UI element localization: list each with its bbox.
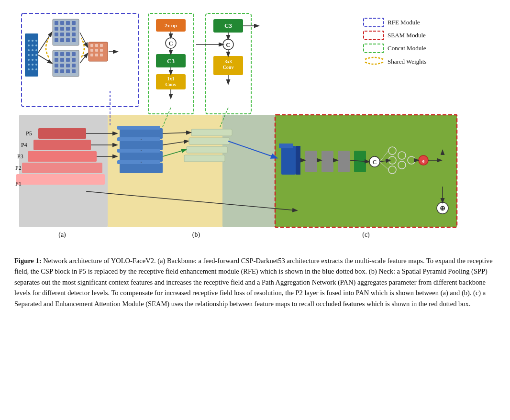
svg-rect-72 (90, 54, 93, 56)
svg-rect-71 (100, 49, 103, 52)
svg-rect-129 (184, 155, 225, 162)
svg-rect-35 (72, 21, 76, 25)
svg-rect-134 (281, 146, 296, 175)
svg-rect-43 (72, 33, 76, 36)
svg-rect-7 (364, 44, 384, 53)
svg-point-10 (28, 40, 30, 42)
svg-text:1x1: 1x1 (167, 76, 175, 81)
svg-rect-46 (66, 38, 70, 42)
svg-rect-67 (95, 44, 98, 47)
svg-point-30 (35, 68, 37, 70)
svg-line-78 (80, 54, 88, 63)
svg-rect-122 (117, 160, 160, 164)
svg-rect-113 (117, 126, 160, 130)
svg-rect-37 (60, 27, 64, 31)
svg-point-26 (32, 64, 33, 66)
svg-rect-137 (305, 151, 317, 172)
svg-point-23 (32, 59, 33, 61)
svg-point-16 (28, 49, 30, 51)
svg-rect-34 (66, 21, 70, 25)
svg-rect-111 (16, 174, 105, 185)
svg-rect-39 (72, 27, 76, 31)
block-2xup: 2x up (165, 22, 177, 28)
svg-rect-52 (72, 52, 76, 56)
svg-rect-115 (120, 140, 163, 150)
svg-rect-36 (55, 27, 58, 31)
label-b: (b) (192, 231, 200, 239)
svg-rect-66 (90, 44, 93, 47)
label-p5: P5 (26, 130, 32, 137)
svg-rect-50 (60, 52, 64, 56)
svg-rect-68 (100, 44, 103, 47)
svg-rect-135 (279, 144, 293, 148)
svg-rect-57 (55, 64, 58, 67)
svg-rect-8 (22, 13, 139, 107)
svg-rect-51 (66, 52, 70, 56)
svg-text:C: C (226, 41, 230, 48)
svg-point-22 (28, 59, 30, 61)
svg-rect-127 (189, 138, 230, 144)
label-p1: P1 (15, 180, 22, 187)
svg-point-13 (28, 44, 30, 46)
svg-rect-64 (72, 69, 76, 73)
svg-rect-45 (60, 38, 64, 42)
svg-rect-40 (55, 33, 58, 36)
legend-concat-label: Concat Module (388, 44, 426, 52)
svg-point-27 (35, 64, 37, 66)
main-container: RFE Module SEAM Module Concat Module Sha… (0, 0, 510, 420)
svg-point-19 (28, 54, 30, 56)
label-p3: P3 (17, 153, 23, 160)
svg-rect-110 (22, 163, 102, 173)
svg-rect-49 (55, 52, 58, 56)
svg-rect-109 (28, 151, 97, 162)
label-a: (a) (58, 231, 66, 239)
svg-point-25 (28, 64, 30, 66)
svg-rect-70 (95, 49, 98, 52)
svg-rect-55 (66, 58, 70, 62)
svg-text:3x3: 3x3 (225, 59, 232, 64)
svg-rect-41 (60, 33, 64, 36)
svg-rect-6 (364, 31, 384, 40)
svg-text:e: e (422, 158, 425, 164)
svg-rect-32 (55, 21, 58, 25)
svg-rect-74 (100, 54, 103, 56)
svg-rect-73 (95, 54, 98, 56)
caption-text: Network architecture of YOLO-FaceV2. (a)… (14, 257, 493, 308)
svg-rect-42 (66, 33, 70, 36)
svg-point-29 (32, 68, 33, 70)
svg-point-14 (32, 44, 33, 46)
svg-text:C: C (373, 159, 377, 166)
svg-point-12 (35, 40, 37, 42)
svg-line-76 (38, 55, 52, 63)
svg-point-18 (35, 49, 37, 51)
svg-rect-56 (72, 58, 76, 62)
svg-rect-139 (338, 151, 350, 172)
svg-rect-63 (66, 69, 70, 73)
svg-rect-116 (117, 137, 160, 141)
label-p4: P4 (21, 142, 27, 148)
svg-rect-62 (60, 69, 64, 73)
svg-rect-59 (66, 64, 70, 67)
svg-rect-54 (60, 58, 64, 62)
label-c: (c) (362, 231, 370, 239)
svg-rect-33 (60, 21, 64, 25)
svg-rect-118 (120, 151, 163, 162)
figure-label: Figure 1: (14, 257, 42, 265)
label-p2: P2 (15, 165, 22, 171)
svg-text:Conv: Conv (166, 82, 177, 87)
svg-text:Conv: Conv (223, 65, 234, 70)
legend-rfe-label: RFE Module (388, 19, 420, 26)
svg-rect-119 (117, 149, 160, 153)
svg-rect-44 (55, 38, 58, 42)
legend-shared-weights-label: Shared Weights (388, 58, 426, 65)
svg-rect-138 (322, 151, 333, 172)
svg-point-20 (32, 54, 33, 56)
svg-rect-69 (90, 49, 93, 52)
svg-rect-107 (38, 128, 86, 139)
svg-rect-58 (60, 64, 64, 67)
svg-text:C3: C3 (224, 22, 232, 29)
svg-rect-128 (187, 146, 227, 153)
architecture-diagram: RFE Module SEAM Module Concat Module Sha… (14, 10, 496, 244)
legend-seam-label: SEAM Module (388, 32, 426, 39)
svg-point-15 (35, 44, 37, 46)
